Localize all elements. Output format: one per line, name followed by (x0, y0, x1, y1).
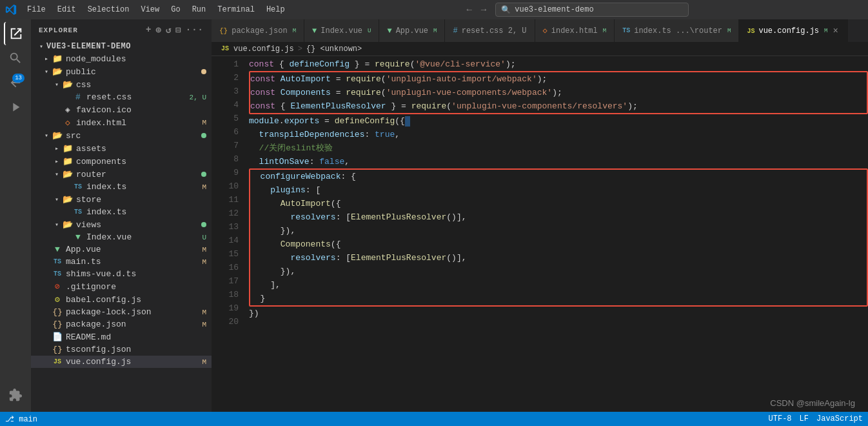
sidebar-item-store[interactable]: ▾ 📂 store (31, 193, 212, 206)
sidebar-item-src[interactable]: ▾ 📂 src (31, 129, 212, 142)
sidebar-item-label: views (76, 220, 201, 230)
sidebar-item-node-modules[interactable]: ▸ 📁 node_modules (31, 52, 212, 65)
sidebar-item-label: favicon.ico (76, 105, 212, 115)
sidebar-item-assets[interactable]: ▸ 📁 assets (31, 142, 212, 155)
sidebar-item-components[interactable]: ▸ 📁 components (31, 155, 212, 168)
tab-badge: M (727, 28, 731, 34)
chevron-down-icon: ▾ (41, 132, 52, 139)
code-editor[interactable]: const { defineConfig } = require('@vue/c… (244, 56, 868, 412)
activity-extensions-icon[interactable] (4, 383, 27, 407)
folder-open-icon: 📂 (52, 130, 63, 141)
sidebar-item-package-json[interactable]: ▾ {} package.json M (31, 318, 212, 330)
new-file-icon[interactable]: + (146, 25, 152, 36)
code-line-16: }), (250, 265, 867, 278)
vscode-logo (5, 4, 17, 15)
tab-reset-css[interactable]: # reset.css 2, U (445, 19, 535, 42)
untracked-dot (201, 133, 206, 138)
code-line-2: const AutoImport = require('unplugin-aut… (250, 72, 867, 86)
menu-go[interactable]: Go (166, 3, 185, 17)
code-line-5: module.exports = defineConfig({ (249, 114, 868, 128)
ts-file-icon: TS (52, 270, 63, 278)
tab-badge: U (368, 28, 371, 34)
menu-help[interactable]: Help (261, 3, 290, 17)
status-language: JavaScript (816, 414, 863, 423)
new-folder-icon[interactable]: ⊕ (155, 25, 161, 36)
sidebar-item-store-index[interactable]: ▾ TS index.ts (31, 206, 212, 218)
sidebar-item-router[interactable]: ▾ 📂 router (31, 168, 212, 181)
file-badge: M (202, 119, 206, 127)
sidebar-item-app-vue[interactable]: ▾ ▼ App.vue M (31, 243, 212, 256)
folder-open-icon: 📂 (62, 194, 74, 205)
breadcrumb-file: JS (221, 45, 229, 52)
menu-edit[interactable]: Edit (52, 3, 81, 17)
sidebar-item-main-ts[interactable]: ▾ TS main.ts M (31, 256, 212, 268)
sidebar-item-router-index[interactable]: ▾ TS index.ts M (31, 181, 212, 193)
tab-icon: ◇ (543, 26, 547, 36)
sidebar-item-shims[interactable]: ▾ TS shims-vue.d.ts (31, 268, 212, 280)
tab-close-icon[interactable]: × (831, 26, 839, 36)
activity-explorer-icon[interactable] (4, 22, 27, 45)
activity-source-control-icon[interactable]: 13 (4, 71, 27, 94)
tab-index-ts[interactable]: TS index.ts ...\router M (615, 19, 739, 42)
sidebar-item-public[interactable]: ▾ 📂 public (31, 65, 212, 78)
tab-app-vue[interactable]: ▼ App.vue M (379, 19, 445, 42)
editor-area: {} package.json M ▼ Index.vue U ▼ App.vu… (212, 19, 868, 412)
json-file-icon: {} (52, 307, 63, 317)
menu-file[interactable]: File (22, 3, 51, 17)
sidebar-item-index-vue[interactable]: ▾ ▼ Index.vue U (31, 231, 212, 243)
folder-open-icon: 📂 (52, 66, 63, 77)
menu-terminal[interactable]: Terminal (212, 3, 260, 17)
menu-run[interactable]: Run (187, 3, 212, 17)
file-badge: U (202, 234, 206, 241)
sidebar-item-gitignore[interactable]: ▾ ⊘ .gitignore (31, 280, 212, 293)
sidebar-item-tsconfig[interactable]: ▾ {} tsconfig.json (31, 343, 212, 356)
ico-file-icon: ◈ (62, 105, 74, 115)
search-bar[interactable]: 🔍 vue3-element-demo (495, 3, 689, 17)
chevron-down-icon: ▾ (52, 221, 62, 228)
sidebar-item-readme[interactable]: ▾ 📄 README.md (31, 330, 212, 343)
chevron-down-icon: ▾ (52, 81, 62, 88)
md-file-icon: 📄 (52, 332, 63, 342)
project-name: VUE3-ELEMENT-DEMO (46, 42, 212, 51)
sidebar-item-babel[interactable]: ▾ ⚙ babel.config.js (31, 293, 212, 306)
folder-icon: 📁 (62, 143, 74, 154)
sidebar-item-views[interactable]: ▾ 📂 views (31, 218, 212, 231)
code-line-18: } (250, 292, 867, 305)
tab-index-vue[interactable]: ▼ Index.vue U (304, 19, 379, 42)
menu-view[interactable]: View (135, 3, 164, 17)
sidebar-item-reset-css[interactable]: ▾ # reset.css 2, U (31, 91, 212, 103)
sidebar-item-vue-config[interactable]: ▾ JS vue.config.js M (31, 356, 212, 368)
ts-file-icon: TS (72, 183, 84, 190)
tab-label: package.json (232, 26, 287, 36)
status-bar-right: UTF-8 LF JavaScript (769, 414, 863, 423)
collapse-icon[interactable]: ⊟ (175, 25, 181, 36)
sidebar-item-index-html[interactable]: ▾ ◇ index.html M (31, 116, 212, 129)
search-text: vue3-element-demo (515, 5, 593, 14)
nav-back-icon[interactable]: ← (464, 3, 474, 16)
tab-icon: TS (622, 27, 630, 34)
sidebar-item-package-lock[interactable]: ▾ {} package-lock.json M (31, 306, 212, 318)
activity-run-debug-icon[interactable] (4, 96, 27, 119)
folder-open-icon: 📂 (62, 169, 74, 179)
tab-index-html[interactable]: ◇ index.html M (535, 19, 615, 42)
menu-selection[interactable]: Selection (83, 3, 135, 17)
sidebar-item-label: package.json (66, 320, 202, 329)
refresh-icon[interactable]: ↺ (166, 25, 172, 36)
source-control-badge: 13 (12, 74, 25, 83)
sidebar-item-favicon[interactable]: ▾ ◈ favicon.ico (31, 103, 212, 116)
code-line-3: const Components = require('unplugin-vue… (250, 86, 867, 99)
untracked-dot (201, 222, 206, 227)
sidebar-item-css[interactable]: ▾ 📂 css (31, 78, 212, 91)
more-icon[interactable]: ··· (186, 25, 204, 36)
tab-package-json[interactable]: {} package.json M (212, 19, 304, 42)
sidebar-item-label: main.ts (66, 257, 202, 267)
tab-label: reset.css 2, U (462, 26, 527, 36)
code-line-12: resolvers: [ElementPlusResolver()], (250, 210, 867, 224)
nav-forward-icon[interactable]: → (478, 3, 489, 16)
folder-open-icon: 📂 (62, 79, 74, 90)
sidebar-item-label: vue.config.js (66, 357, 202, 367)
tab-vue-config-js[interactable]: JS vue.config.js M × (739, 19, 847, 42)
sidebar-project-root[interactable]: ▾ VUE3-ELEMENT-DEMO (31, 41, 212, 52)
git-file-icon: ⊘ (52, 281, 63, 292)
activity-search-icon[interactable] (4, 46, 27, 70)
